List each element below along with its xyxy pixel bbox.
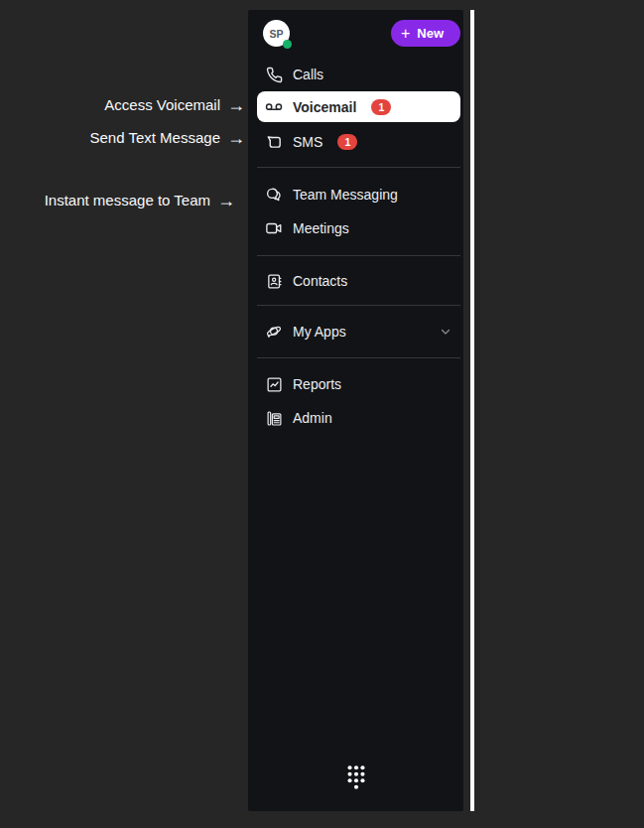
avatar[interactable]: SP bbox=[263, 20, 290, 47]
plus-icon: + bbox=[401, 26, 410, 42]
divider bbox=[257, 167, 460, 168]
right-arrow-icon: → bbox=[227, 130, 245, 146]
nav-label: My Apps bbox=[293, 324, 346, 340]
nav-label: Calls bbox=[293, 67, 323, 82]
divider bbox=[257, 255, 460, 256]
annotation-label: Send Text Message bbox=[90, 128, 220, 147]
nav-label: Voicemail bbox=[293, 99, 356, 115]
contacts-book-icon bbox=[265, 272, 283, 290]
annotation-label: Access Voicemail bbox=[104, 95, 220, 114]
chat-bubbles-icon bbox=[265, 186, 283, 204]
right-arrow-icon: → bbox=[217, 193, 235, 208]
presence-status-dot bbox=[283, 40, 292, 49]
voicemail-icon bbox=[265, 98, 283, 116]
unread-badge: 1 bbox=[337, 134, 357, 150]
sms-icon bbox=[265, 133, 283, 151]
annotation-access-voicemail: Access Voicemail→ bbox=[104, 95, 245, 114]
phone-icon bbox=[265, 66, 283, 83]
reports-chart-icon bbox=[265, 375, 283, 393]
annotation-instant-message-team: Instant message to Team→ bbox=[45, 191, 235, 209]
nav-label: Team Messaging bbox=[293, 187, 398, 203]
nav-label: Meetings bbox=[293, 220, 349, 236]
nav-item-team-messaging[interactable]: Team Messaging bbox=[248, 178, 463, 211]
divider bbox=[257, 305, 460, 306]
right-arrow-icon: → bbox=[227, 97, 245, 113]
new-button[interactable]: + New bbox=[391, 20, 460, 47]
dialpad-button[interactable] bbox=[343, 761, 369, 796]
unread-badge: 1 bbox=[371, 99, 391, 115]
annotation-label: Instant message to Team bbox=[45, 191, 210, 209]
nav-label: Contacts bbox=[293, 273, 347, 289]
desk-phone-icon bbox=[265, 409, 283, 427]
divider bbox=[257, 357, 460, 358]
nav-item-voicemail[interactable]: Voicemail 1 bbox=[257, 91, 460, 122]
nav-label: Admin bbox=[293, 410, 332, 426]
nav-item-meetings[interactable]: Meetings bbox=[248, 211, 463, 245]
apps-orbit-icon bbox=[265, 323, 283, 341]
nav-label: Reports bbox=[293, 376, 341, 392]
nav-item-admin[interactable]: Admin bbox=[248, 401, 463, 435]
new-button-label: New bbox=[417, 26, 444, 41]
sidebar: SP + New Calls Voicemail 1 SMS 1 bbox=[248, 10, 463, 811]
dialpad-icon bbox=[345, 763, 367, 794]
nav-item-reports[interactable]: Reports bbox=[248, 367, 463, 401]
video-camera-icon bbox=[265, 219, 283, 237]
sidebar-header: SP + New bbox=[248, 10, 463, 47]
nav-item-sms[interactable]: SMS 1 bbox=[248, 125, 463, 159]
nav-label: SMS bbox=[293, 134, 322, 150]
sidebar-edge-highlight bbox=[470, 10, 474, 811]
nav-item-my-apps[interactable]: My Apps bbox=[248, 315, 463, 348]
sidebar-nav: Calls Voicemail 1 SMS 1 Team Messaging bbox=[248, 58, 463, 435]
avatar-initials: SP bbox=[269, 28, 283, 40]
annotation-send-text-message: Send Text Message→ bbox=[90, 128, 245, 147]
chevron-down-icon bbox=[440, 326, 451, 338]
nav-item-contacts[interactable]: Contacts bbox=[248, 264, 463, 298]
nav-item-calls[interactable]: Calls bbox=[248, 58, 463, 91]
